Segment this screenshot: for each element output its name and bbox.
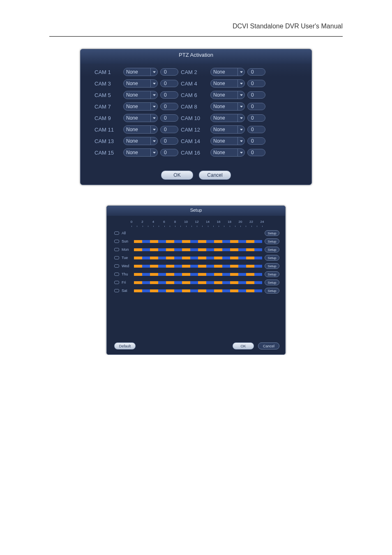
cam-preset-select[interactable]: None: [210, 125, 245, 134]
cam-preset-number[interactable]: 0: [247, 68, 265, 76]
day-setup-button[interactable]: Setup: [265, 255, 279, 261]
cam-label: CAM 15: [95, 150, 121, 156]
cam-preset-select[interactable]: None: [123, 125, 158, 134]
cam-label: CAM 10: [181, 115, 208, 121]
chevron-down-icon: [150, 103, 157, 110]
day-radio[interactable]: [114, 231, 119, 235]
cam-preset-number[interactable]: 0: [160, 80, 178, 87]
ptz-activation-dialog: PTZ Activation CAM 1None0CAM 2None0CAM 3…: [80, 49, 312, 185]
cam-label: CAM 2: [181, 69, 208, 75]
cam-label: CAM 14: [181, 138, 208, 144]
cam-preset-number[interactable]: 0: [160, 149, 178, 156]
cam-preset-number[interactable]: 0: [160, 68, 178, 76]
cam-preset-select[interactable]: None: [123, 137, 158, 145]
day-radio[interactable]: [114, 281, 119, 284]
chevron-down-icon: [238, 103, 244, 110]
day-row: WedSetup: [114, 262, 279, 270]
day-schedule-bar[interactable]: [134, 273, 262, 276]
setup-ok-button[interactable]: OK: [233, 342, 254, 349]
cam-preset-select[interactable]: None: [210, 114, 245, 122]
cam-preset-select-value: None: [211, 150, 238, 155]
cam-preset-number[interactable]: 0: [247, 103, 265, 110]
cam-preset-number[interactable]: 0: [247, 91, 265, 99]
cam-preset-select[interactable]: None: [210, 79, 245, 88]
cam-preset-select[interactable]: None: [123, 148, 158, 157]
day-setup-button[interactable]: Setup: [265, 263, 279, 269]
hour-label: 18: [228, 220, 231, 224]
default-button[interactable]: Default: [114, 342, 136, 349]
day-schedule-bar[interactable]: [134, 240, 262, 243]
day-schedule-bar[interactable]: [134, 232, 262, 235]
chevron-down-icon: [150, 80, 157, 87]
cam-preset-select[interactable]: None: [210, 137, 245, 145]
cam-label: CAM 8: [181, 104, 208, 110]
day-schedule-bar[interactable]: [134, 281, 262, 284]
day-radio[interactable]: [114, 273, 119, 276]
day-label: Mon: [122, 247, 131, 252]
cam-preset-select[interactable]: None: [123, 68, 158, 76]
cam-preset-select[interactable]: None: [210, 68, 245, 76]
chevron-down-icon: [238, 137, 244, 145]
cam-preset-select[interactable]: None: [210, 91, 245, 99]
setup-ok-button-label: OK: [240, 344, 246, 348]
day-radio[interactable]: [114, 264, 119, 268]
day-setup-button[interactable]: Setup: [265, 230, 279, 236]
hour-label: 10: [184, 220, 188, 224]
ok-button[interactable]: OK: [161, 171, 193, 180]
cam-preset-select[interactable]: None: [123, 102, 158, 111]
day-setup-button[interactable]: Setup: [265, 247, 279, 252]
cam-preset-number[interactable]: 0: [247, 137, 265, 145]
cam-preset-number[interactable]: 0: [247, 149, 265, 156]
cam-label: CAM 1: [95, 69, 121, 75]
cancel-button[interactable]: Cancel: [199, 171, 231, 180]
day-setup-button[interactable]: Setup: [265, 280, 279, 285]
day-schedule-bar[interactable]: [134, 265, 262, 268]
cam-preset-number[interactable]: 0: [160, 137, 178, 145]
cam-preset-number[interactable]: 0: [247, 126, 265, 133]
hour-ticks: [131, 226, 262, 227]
day-label: Sun: [122, 239, 131, 243]
setup-cancel-button[interactable]: Cancel: [258, 342, 279, 349]
cam-preset-select[interactable]: None: [210, 148, 245, 157]
day-radio[interactable]: [114, 256, 119, 259]
chevron-down-icon: [150, 126, 157, 133]
day-setup-button[interactable]: Setup: [265, 238, 279, 244]
chevron-down-icon: [238, 80, 244, 87]
day-schedule-bar[interactable]: [134, 248, 262, 251]
header-rule: [49, 36, 343, 37]
chevron-down-icon: [238, 114, 244, 122]
cam-label: CAM 3: [95, 81, 121, 87]
cam-preset-select[interactable]: None: [123, 114, 158, 122]
hour-label: 12: [195, 220, 199, 224]
cam-preset-select[interactable]: None: [210, 102, 245, 111]
cam-preset-number[interactable]: 0: [247, 80, 265, 87]
day-setup-button[interactable]: Setup: [265, 288, 279, 294]
cam-preset-select-value: None: [211, 92, 238, 98]
day-schedule-bar[interactable]: [134, 289, 262, 292]
cam-preset-select-value: None: [124, 104, 150, 109]
day-schedule-bar[interactable]: [134, 257, 262, 259]
cam-preset-number[interactable]: 0: [160, 103, 178, 110]
day-radio[interactable]: [114, 248, 119, 251]
cam-preset-select-value: None: [211, 115, 238, 121]
cam-preset-number[interactable]: 0: [160, 114, 178, 122]
day-radio[interactable]: [114, 289, 119, 292]
day-row: SatSetup: [114, 287, 279, 295]
day-setup-button[interactable]: Setup: [265, 271, 279, 277]
manual-title: DCVI Standalone DVR User's Manual: [233, 23, 343, 30]
default-button-label: Default: [119, 344, 131, 348]
chevron-down-icon: [238, 91, 244, 99]
cam-preset-select-value: None: [124, 115, 150, 121]
cam-preset-number[interactable]: 0: [247, 114, 265, 122]
hour-label: 0: [131, 220, 132, 224]
day-row: FriSetup: [114, 278, 279, 287]
cam-preset-number[interactable]: 0: [160, 91, 178, 99]
hour-label: 4: [152, 220, 154, 224]
cam-preset-select[interactable]: None: [123, 79, 158, 88]
hour-label: 16: [217, 220, 221, 224]
day-radio[interactable]: [114, 240, 119, 243]
hour-label: 20: [239, 220, 242, 224]
cam-preset-select[interactable]: None: [123, 91, 158, 99]
hour-label: 2: [141, 220, 143, 224]
cam-preset-number[interactable]: 0: [160, 126, 178, 133]
